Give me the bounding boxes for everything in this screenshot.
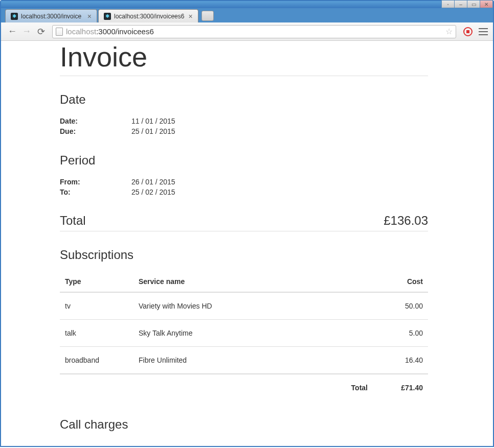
col-service: Service name: [133, 271, 373, 292]
date-heading: Date: [60, 92, 428, 107]
due-label: Due:: [60, 126, 131, 136]
sub-cost: 50.00: [373, 292, 428, 320]
page-icon: [56, 28, 63, 36]
col-number: Number: [60, 441, 177, 446]
sub-service: Fibre Unlimited: [133, 347, 373, 374]
page-content: Invoice Date Date: 11 / 01 / 2015 Due: 2…: [60, 41, 428, 446]
from-label: From:: [60, 177, 131, 187]
period-heading: Period: [60, 153, 428, 168]
user-button[interactable]: ◦: [441, 0, 455, 8]
titlebar: ◦ – ▭ ✕: [1, 1, 493, 8]
tab-invoicees6[interactable]: localhost:3000/invoicees6 ×: [98, 9, 198, 22]
col-duration: Duration: [177, 441, 373, 446]
close-tab-icon[interactable]: ×: [188, 12, 192, 20]
tab-label: localhost:3000/invoicees6: [114, 13, 184, 20]
calls-table: Number Duration Cost 07716393769 00:23:0…: [60, 441, 428, 446]
date-value: 11 / 01 / 2015: [131, 116, 175, 126]
to-label: To:: [60, 187, 131, 197]
tab-invoice[interactable]: localhost:3000/invoice ×: [5, 9, 97, 22]
total-value: £136.03: [384, 214, 428, 228]
total-label: Total: [60, 214, 86, 228]
col-cost: Cost: [373, 271, 428, 292]
date-label: Date:: [60, 116, 131, 126]
page-viewport[interactable]: Invoice Date Date: 11 / 01 / 2015 Due: 2…: [1, 41, 493, 446]
toolbar: ← → ⟳ localhost:3000/invoicees6 ☆: [1, 22, 493, 41]
reload-button[interactable]: ⟳: [34, 25, 48, 39]
close-tab-icon[interactable]: ×: [87, 12, 92, 20]
sub-service: Sky Talk Anytime: [133, 320, 373, 347]
close-window-button[interactable]: ✕: [480, 0, 493, 8]
react-favicon-icon: [104, 13, 111, 20]
back-button[interactable]: ←: [5, 25, 19, 39]
subscriptions-table: Type Service name Cost tv Variety with M…: [60, 271, 428, 401]
browser-window: ◦ – ▭ ✕ localhost:3000/invoice × localho…: [0, 0, 494, 447]
sub-total-value: £71.40: [373, 374, 428, 401]
sub-cost: 5.00: [373, 320, 428, 347]
table-row: talk Sky Talk Anytime 5.00: [60, 320, 428, 347]
subscriptions-heading: Subscriptions: [60, 248, 428, 262]
maximize-button[interactable]: ▭: [467, 0, 480, 8]
due-value: 25 / 01 / 2015: [131, 126, 175, 136]
bookmark-star-icon[interactable]: ☆: [445, 27, 453, 36]
sub-service: Variety with Movies HD: [133, 292, 373, 320]
adblock-icon[interactable]: [463, 27, 473, 36]
new-tab-button[interactable]: [201, 11, 214, 21]
grand-total-row: Total £136.03: [60, 214, 428, 231]
col-type: Type: [60, 271, 133, 292]
sub-type: broadband: [60, 347, 133, 374]
url-host: localhost: [66, 27, 96, 36]
col-cost: Cost: [373, 441, 428, 446]
from-value: 26 / 01 / 2015: [131, 177, 175, 187]
menu-button[interactable]: [478, 27, 489, 36]
to-value: 25 / 02 / 2015: [131, 187, 175, 197]
react-favicon-icon: [11, 13, 18, 20]
tab-strip: localhost:3000/invoice × localhost:3000/…: [1, 8, 493, 22]
url-input[interactable]: localhost:3000/invoicees6 ☆: [52, 25, 456, 38]
table-row: tv Variety with Movies HD 50.00: [60, 292, 428, 320]
url-path: :3000/invoicees6: [96, 27, 154, 36]
forward-button[interactable]: →: [19, 25, 34, 39]
sub-type: tv: [60, 292, 133, 320]
minimize-button[interactable]: –: [454, 0, 467, 8]
calls-heading: Call charges: [60, 417, 428, 432]
sub-type: talk: [60, 320, 133, 347]
table-row: broadband Fibre Unlimited 16.40: [60, 347, 428, 374]
tab-label: localhost:3000/invoice: [21, 13, 83, 20]
sub-cost: 16.40: [373, 347, 428, 374]
page-title: Invoice: [60, 41, 428, 76]
sub-total-label: Total: [133, 374, 373, 401]
